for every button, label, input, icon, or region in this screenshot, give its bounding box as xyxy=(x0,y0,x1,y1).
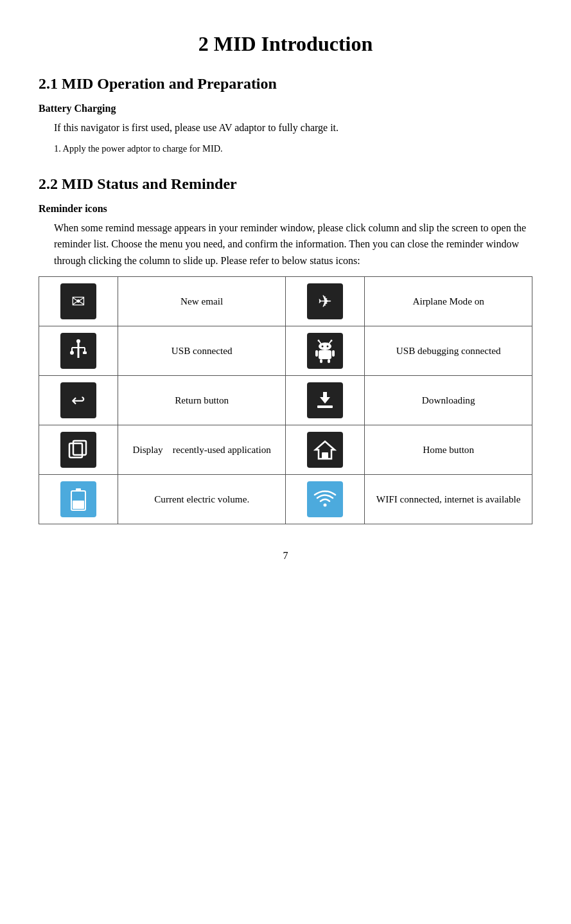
svg-rect-15 xyxy=(315,350,318,357)
battery-text-1: If this navigator is first used, please … xyxy=(54,120,532,136)
recent-apps-icon-cell xyxy=(39,425,118,475)
svg-rect-20 xyxy=(323,392,327,398)
svg-point-12 xyxy=(322,346,324,348)
reminder-body-text: When some remind message appears in your… xyxy=(54,220,532,269)
svg-rect-16 xyxy=(332,350,335,357)
battery-charging-label: Battery Charging xyxy=(39,103,532,114)
battery-icon xyxy=(60,481,96,517)
svg-rect-27 xyxy=(76,488,81,492)
svg-rect-28 xyxy=(73,501,84,509)
svg-rect-18 xyxy=(328,359,330,363)
page-number: 7 xyxy=(39,550,532,562)
icons-table: ✉ New email ✈ Airplane Mode on xyxy=(39,276,532,524)
table-row: ↩ Return button Downloading xyxy=(39,376,532,425)
svg-rect-14 xyxy=(319,350,331,359)
new-email-icon-cell: ✉ xyxy=(39,277,118,326)
wifi-label: WIFI connected, internet is available xyxy=(365,475,532,524)
return-button-label: Return button xyxy=(118,376,286,425)
svg-point-29 xyxy=(324,504,327,507)
home-button-icon-cell xyxy=(285,425,364,475)
wifi-icon-cell xyxy=(285,475,364,524)
svg-rect-21 xyxy=(317,405,333,408)
usb-debugging-icon xyxy=(307,333,343,369)
svg-rect-17 xyxy=(320,359,322,363)
table-row: USB connected xyxy=(39,326,532,376)
section-2-1: 2.1 MID Operation and Preparation Batter… xyxy=(39,75,532,156)
home-button-icon xyxy=(307,432,343,468)
home-button-label: Home button xyxy=(365,425,532,475)
battery-label: Current electric volume. xyxy=(118,475,286,524)
svg-point-6 xyxy=(76,339,80,343)
svg-rect-5 xyxy=(83,351,87,354)
reminder-icons-label: Reminder icons xyxy=(39,203,532,215)
recent-apps-label: Display recently-used application xyxy=(118,425,286,475)
usb-connected-label: USB connected xyxy=(118,326,286,376)
downloading-icon xyxy=(307,382,343,418)
battery-text-2: 1. Apply the power adptor to charge for … xyxy=(54,141,532,156)
airplane-mode-icon-cell: ✈ xyxy=(285,277,364,326)
section-2-2-heading: 2.2 MID Status and Reminder xyxy=(39,175,532,193)
recent-apps-icon xyxy=(60,432,96,468)
section-2-1-heading: 2.1 MID Operation and Preparation xyxy=(39,75,532,93)
downloading-label: Downloading xyxy=(365,376,532,425)
usb-debugging-icon-cell xyxy=(285,326,364,376)
table-row: Current electric volume. WIFI connected,… xyxy=(39,475,532,524)
return-button-icon-cell: ↩ xyxy=(39,376,118,425)
svg-point-10 xyxy=(331,340,333,342)
svg-rect-25 xyxy=(322,452,328,459)
svg-point-4 xyxy=(70,351,74,355)
section-2-2: 2.2 MID Status and Reminder Reminder ico… xyxy=(39,175,532,525)
battery-icon-cell xyxy=(39,475,118,524)
new-email-label: New email xyxy=(118,277,286,326)
airplane-mode-label: Airplane Mode on xyxy=(365,277,532,326)
svg-point-11 xyxy=(319,342,331,350)
return-button-icon: ↩ xyxy=(60,382,96,418)
usb-connected-icon xyxy=(60,333,96,369)
usb-connected-icon-cell xyxy=(39,326,118,376)
page-title: 2 MID Introduction xyxy=(39,32,532,56)
table-row: ✉ New email ✈ Airplane Mode on xyxy=(39,277,532,326)
new-email-icon: ✉ xyxy=(60,283,96,319)
airplane-mode-icon: ✈ xyxy=(307,283,343,319)
svg-point-13 xyxy=(327,346,329,348)
wifi-icon xyxy=(307,481,343,517)
table-row: Display recently-used application Home b… xyxy=(39,425,532,475)
svg-point-8 xyxy=(318,340,320,342)
downloading-icon-cell xyxy=(285,376,364,425)
usb-debugging-label: USB debugging connected xyxy=(365,326,532,376)
